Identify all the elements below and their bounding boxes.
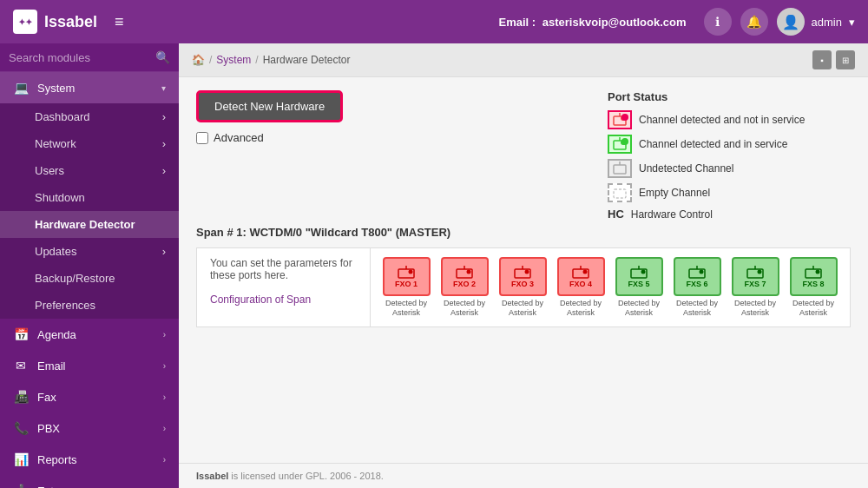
reports-icon: 📊	[13, 452, 29, 466]
svg-point-23	[641, 269, 646, 274]
port-box-fxo-4: FXO 4	[557, 257, 605, 296]
port-fxs-7[interactable]: FXS 7 Detected byAsterisk	[728, 257, 782, 318]
port-fxs-6[interactable]: FXS 6 Detected byAsterisk	[670, 257, 724, 318]
fax-icon: 📠	[13, 390, 29, 404]
sidebar-item-backup-restore[interactable]: Backup/Restore	[0, 265, 179, 292]
sidebar-item-dashboard[interactable]: Dashboard ›	[0, 103, 179, 130]
port-label-fxs-7: Detected byAsterisk	[734, 299, 776, 318]
legend-item-green: Channel detected and in service	[608, 135, 851, 154]
span-ports: FXO 1 Detected byAsterisk FXO 2 Detected…	[371, 248, 849, 326]
port-status-legend: Port Status Channel detected and not in …	[608, 90, 851, 226]
port-fxs-5[interactable]: FXS 5 Detected byAsterisk	[612, 257, 666, 318]
detect-new-hardware-button[interactable]: Detect New Hardware	[196, 90, 343, 122]
menu-toggle-icon[interactable]: ≡	[115, 13, 124, 31]
breadcrumb-system-link[interactable]: System	[216, 54, 251, 66]
svg-point-2	[621, 115, 626, 121]
content-body: Port Status Channel detected and not in …	[179, 77, 868, 463]
breadcrumb: 🏠 / System / Hardware Detector ▪ ⊞	[179, 43, 868, 77]
email-icon: ✉	[13, 359, 29, 373]
user-label: admin	[812, 16, 842, 29]
svg-point-14	[467, 269, 471, 274]
legend-item-gray: Undetected Channel	[608, 159, 851, 178]
chevron-right-icon: ›	[163, 361, 166, 371]
port-fxo-3[interactable]: FXO 3 Detected byAsterisk	[496, 257, 549, 318]
chevron-right-icon: ›	[162, 164, 166, 177]
svg-point-29	[758, 269, 762, 274]
sidebar-item-preferences[interactable]: Preferences	[0, 292, 179, 319]
sidebar-item-extras[interactable]: ➕ Extras ›	[0, 475, 179, 488]
user-arrow-icon: ▾	[849, 16, 855, 29]
sidebar-item-shutdown[interactable]: Shutdown	[0, 184, 179, 211]
system-icon: 💻	[13, 81, 29, 95]
sidebar-item-label-dashboard: Dashboard	[35, 110, 90, 123]
advanced-label[interactable]: Advanced	[214, 131, 264, 144]
page-action-btn-1[interactable]: ▪	[812, 50, 832, 69]
bell-icon-button[interactable]: 🔔	[740, 8, 768, 36]
svg-rect-6	[614, 165, 626, 174]
breadcrumb-home-icon[interactable]: 🏠	[192, 54, 205, 66]
chevron-right-icon: ›	[162, 245, 166, 258]
span-desc-text: You can set the parameters for these por…	[210, 257, 352, 281]
page-action-btn-2[interactable]: ⊞	[836, 50, 855, 69]
chevron-right-icon: ›	[163, 455, 166, 465]
svg-point-11	[409, 269, 413, 274]
span-header: Span # 1: WCTDM/0 "Wildcard T800" (MASTE…	[196, 226, 851, 239]
sidebar-item-users[interactable]: Users ›	[0, 157, 179, 184]
legend-red-icon	[608, 110, 632, 129]
sidebar-item-label-users: Users	[35, 164, 64, 177]
topbar-icons: ℹ 🔔	[704, 8, 768, 36]
advanced-checkbox[interactable]	[196, 132, 208, 144]
logo-text: Issabel	[44, 13, 97, 31]
span-row: You can set the parameters for these por…	[196, 247, 851, 327]
content-area: 🏠 / System / Hardware Detector ▪ ⊞ Port …	[179, 43, 868, 488]
sidebar-item-agenda[interactable]: 📅 Agenda ›	[0, 319, 179, 350]
sidebar-item-reports[interactable]: 📊 Reports ›	[0, 444, 179, 475]
footer-text: is licensed under GPL. 2006 - 2018.	[228, 471, 384, 481]
port-fxo-4[interactable]: FXO 4 Detected byAsterisk	[554, 257, 608, 318]
sidebar: 🔍 💻 System ▾ Dashboard › Network › Users…	[0, 43, 179, 488]
legend-empty-icon	[608, 183, 632, 202]
sidebar-item-label-email: Email	[37, 359, 66, 373]
legend-green-icon	[608, 135, 632, 154]
chevron-right-icon: ›	[162, 110, 166, 123]
port-fxo-1[interactable]: FXO 1 Detected byAsterisk	[379, 257, 433, 318]
port-box-fxo-3: FXO 3	[499, 257, 547, 296]
sidebar-item-system[interactable]: 💻 System ▾	[0, 72, 179, 103]
sidebar-item-updates[interactable]: Updates ›	[0, 238, 179, 265]
search-input[interactable]	[9, 51, 155, 64]
port-fxo-2[interactable]: FXO 2 Detected byAsterisk	[437, 257, 491, 318]
port-box-fxo-2: FXO 2	[441, 257, 489, 296]
sidebar-item-pbx[interactable]: 📞 PBX ›	[0, 412, 179, 444]
logo: ✦✦ Issabel	[13, 10, 97, 34]
svg-point-32	[816, 269, 820, 274]
chevron-right-icon: ›	[162, 137, 166, 150]
port-label-fxo-2: Detected byAsterisk	[444, 299, 485, 318]
sidebar-item-email[interactable]: ✉ Email ›	[0, 350, 179, 381]
sidebar-item-label-network: Network	[35, 137, 76, 150]
sidebar-item-label-extras: Extras	[37, 485, 69, 489]
extras-icon: ➕	[13, 484, 29, 488]
svg-point-5	[621, 140, 626, 145]
sidebar-item-fax[interactable]: 📠 Fax ›	[0, 381, 179, 412]
span-config-link[interactable]: Configuration of Span	[210, 293, 311, 306]
sidebar-search-bar[interactable]: 🔍	[0, 43, 179, 72]
chevron-right-icon: ›	[163, 424, 166, 433]
topbar-email: Email : asteriskvoip@outlook.com	[499, 16, 687, 29]
avatar: 👤	[777, 8, 805, 36]
sidebar-item-label-agenda: Agenda	[37, 328, 76, 341]
info-icon-button[interactable]: ℹ	[704, 8, 732, 36]
port-label-fxs-8: Detected byAsterisk	[792, 299, 834, 318]
sidebar-item-label-preferences: Preferences	[35, 299, 95, 312]
svg-point-26	[700, 269, 704, 274]
sidebar-item-label-system: System	[37, 82, 75, 95]
sidebar-item-network[interactable]: Network ›	[0, 130, 179, 157]
port-label-fxo-4: Detected byAsterisk	[560, 299, 602, 318]
port-label-fxs-6: Detected byAsterisk	[676, 299, 718, 318]
legend-item-hc: HC Hardware Control	[608, 208, 851, 221]
port-fxs-8[interactable]: FXS 8 Detected byAsterisk	[786, 257, 840, 318]
sidebar-item-label-fax: Fax	[37, 391, 56, 404]
sidebar-item-hardware-detector[interactable]: Hardware Detector	[0, 211, 179, 238]
port-label-fxo-3: Detected byAsterisk	[502, 299, 543, 318]
content-footer: Issabel is licensed under GPL. 2006 - 20…	[179, 463, 868, 488]
user-menu[interactable]: 👤 admin ▾	[777, 8, 855, 36]
